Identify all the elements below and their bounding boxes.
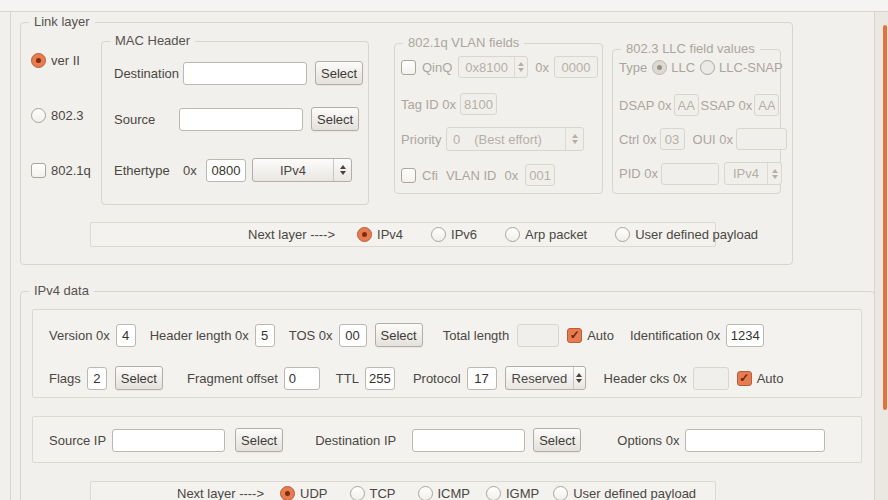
arrow-up-icon (518, 62, 524, 66)
header-cks-auto-checkbox[interactable]: ✓ (737, 371, 752, 386)
source-label: Source (114, 112, 179, 127)
user-payload-radio[interactable] (615, 227, 630, 242)
arrow-down-icon (340, 171, 346, 175)
version-label: Version 0x (49, 328, 110, 343)
total-length-input (517, 324, 559, 347)
ver2-radio[interactable] (31, 53, 46, 68)
fragment-offset-input[interactable] (284, 367, 320, 390)
tos-input[interactable] (339, 324, 367, 347)
qinq-checkbox: ✓ (401, 60, 416, 75)
destination-input[interactable] (183, 62, 307, 85)
next-layer-igmp-option: IGMP (486, 486, 539, 500)
cfi-vlan-id-row: ✓ Cfi VLAN ID 0x (401, 164, 555, 186)
tag-id-row: Tag ID 0x (401, 93, 497, 115)
identification-input[interactable] (726, 324, 764, 347)
priority-value: 0 (453, 132, 460, 147)
cfi-checkbox: ✓ (401, 168, 416, 183)
user-payload-label: User defined payload (635, 227, 758, 242)
ipv4-row-1: Version 0x Header length 0x TOS 0x Selec… (49, 323, 764, 347)
ethertype-protocol-spinner[interactable]: IPv4 (252, 158, 352, 182)
qinq-hex-prefix: 0x (535, 60, 549, 75)
content-left-border (10, 12, 11, 500)
ssap-input (754, 94, 779, 116)
ipv4-row-2: Flags Select Fragment offset TTL Protoco… (49, 366, 783, 390)
protocol-name-spinner[interactable]: Reserved (505, 366, 586, 390)
udp-label: UDP (300, 486, 327, 500)
oui-input (736, 128, 787, 150)
source-ip-input[interactable] (112, 429, 225, 452)
spinner-arrows (566, 128, 583, 150)
ipv4-address-box: Source IP Select Destination IP Select O… (32, 416, 862, 463)
destination-select-button[interactable]: Select (315, 61, 363, 85)
protocol-label: Protocol (413, 371, 461, 386)
user-payload2-radio[interactable] (553, 486, 568, 500)
icmp-radio[interactable] (418, 486, 433, 500)
pid-label: PID 0x (619, 166, 658, 181)
pid-input (661, 163, 719, 185)
version-input[interactable] (116, 324, 136, 347)
header-cks-input (693, 367, 729, 390)
arp-radio[interactable] (505, 227, 520, 242)
ethertype-protocol-value: IPv4 (253, 159, 333, 181)
8023-radio[interactable] (31, 108, 46, 123)
ipv4-next-layer-bar: Next layer ----> UDP TCP ICMP IGMP User … (90, 481, 716, 500)
arrow-up-icon (576, 373, 582, 377)
udp-radio[interactable] (280, 486, 295, 500)
destination-row: Destination Select (114, 61, 364, 85)
scrollbar-thumb[interactable] (883, 25, 887, 410)
tos-select-button[interactable]: Select (375, 323, 423, 347)
total-length-auto-checkbox[interactable]: ✓ (567, 328, 582, 343)
source-select-button[interactable]: Select (311, 107, 359, 131)
ipv4-data-group: IPv4 data Version 0x Header length 0x TO… (20, 291, 875, 500)
destination-label: Destination (114, 66, 183, 81)
ethertype-input[interactable] (206, 159, 246, 182)
destination-ip-input[interactable] (412, 429, 525, 452)
spinner-arrows[interactable] (334, 159, 351, 181)
ctrl-oui-row: Ctrl 0x OUI 0x (619, 128, 787, 150)
pid-row: PID 0x IPv4 (619, 162, 782, 185)
8021q-checkbox[interactable]: ✓ (31, 163, 46, 178)
ethertype-hex-prefix: 0x (183, 163, 206, 178)
arrow-down-icon (572, 140, 578, 144)
frame-type-8021q-option: ✓ 802.1q (31, 163, 91, 178)
llc-type-label: Type (619, 60, 647, 75)
ipv6-radio[interactable] (431, 227, 446, 242)
oui-label: OUI 0x (693, 132, 733, 147)
ctrl-label: Ctrl 0x (619, 132, 657, 147)
llc-snap-radio (700, 60, 715, 75)
header-length-input[interactable] (255, 324, 275, 347)
tag-id-input (460, 93, 497, 115)
spinner-arrows (515, 57, 528, 77)
next-layer-udp-option: UDP (280, 486, 327, 500)
priority-row: Priority 0 (Best effort) (401, 127, 584, 151)
source-ip-select-button[interactable]: Select (235, 428, 283, 452)
ttl-label: TTL (336, 371, 359, 386)
protocol-input[interactable] (467, 367, 497, 390)
ipv4-radio[interactable] (357, 227, 372, 242)
flags-select-button[interactable]: Select (115, 366, 163, 390)
llc-fields-title: 802.3 LLC field values (621, 41, 760, 56)
source-input[interactable] (179, 108, 303, 131)
vlan-id-input (525, 164, 555, 186)
spinner-arrows[interactable] (574, 367, 585, 389)
ip-options-input[interactable] (685, 429, 825, 452)
arrow-down-icon (518, 68, 524, 72)
arrow-up-icon (772, 169, 778, 173)
igmp-radio[interactable] (486, 486, 501, 500)
source-row: Source Select (114, 107, 364, 131)
ttl-input[interactable] (365, 367, 395, 390)
tcp-label: TCP (370, 486, 396, 500)
flags-input[interactable] (87, 367, 107, 390)
header-length-label: Header length 0x (150, 328, 249, 343)
ipv4-header-box: Version 0x Header length 0x TOS 0x Selec… (32, 309, 862, 398)
identification-label: Identification 0x (630, 328, 720, 343)
total-length-auto-label: Auto (587, 328, 614, 343)
tcp-radio[interactable] (350, 486, 365, 500)
tos-label: TOS 0x (289, 328, 333, 343)
priority-value-wrap: 0 (Best effort) (447, 128, 565, 150)
frame-type-8023-option: 802.3 (31, 108, 84, 123)
destination-ip-select-button[interactable]: Select (533, 428, 581, 452)
pid-protocol-value: IPv4 (725, 163, 767, 184)
total-length-label: Total length (443, 328, 510, 343)
priority-hint: (Best effort) (474, 132, 542, 147)
